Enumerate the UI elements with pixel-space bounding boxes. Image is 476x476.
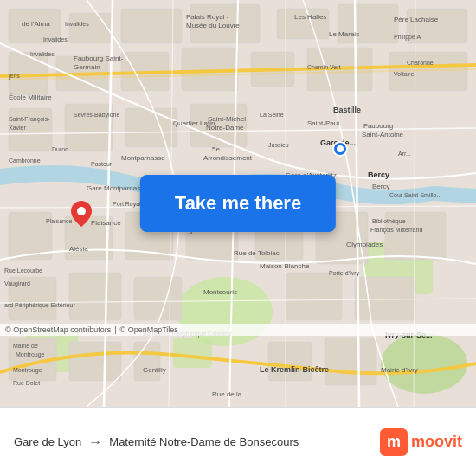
svg-text:Rue Lecourbe: Rue Lecourbe bbox=[4, 267, 42, 273]
destination-label: Maternité Notre-Dame de Bonsecours bbox=[109, 435, 299, 448]
svg-rect-35 bbox=[355, 277, 415, 320]
svg-rect-22 bbox=[125, 108, 177, 147]
svg-rect-33 bbox=[134, 277, 182, 320]
svg-text:Saint-François-: Saint-François- bbox=[9, 116, 50, 123]
svg-text:Père Lachaise: Père Lachaise bbox=[394, 16, 439, 23]
svg-text:Saint-Michel: Saint-Michel bbox=[208, 115, 246, 123]
svg-rect-38 bbox=[134, 342, 160, 381]
svg-rect-34 bbox=[286, 273, 342, 320]
route-arrow-icon: → bbox=[88, 434, 102, 450]
svg-text:Vaugirard: Vaugirard bbox=[4, 280, 30, 287]
svg-rect-39 bbox=[268, 342, 312, 381]
svg-text:Alésia: Alésia bbox=[69, 245, 88, 253]
svg-text:Xavier: Xavier bbox=[9, 125, 27, 131]
svg-text:Montsouris: Montsouris bbox=[203, 288, 237, 296]
svg-text:Plaisance: Plaisance bbox=[91, 219, 121, 227]
map-attribution: © OpenStreetMap contributors | © OpenMap… bbox=[0, 324, 476, 336]
svg-text:Chemin Vert: Chemin Vert bbox=[307, 64, 341, 70]
svg-text:Faubourg: Faubourg bbox=[363, 122, 393, 130]
svg-text:Faubourg Saint-: Faubourg Saint- bbox=[74, 55, 124, 62]
svg-rect-37 bbox=[69, 342, 121, 381]
svg-text:Bastille: Bastille bbox=[333, 106, 361, 114]
take-me-there-button[interactable]: Take me there bbox=[140, 175, 336, 232]
svg-text:Gare Montparnasse: Gare Montparnasse bbox=[87, 184, 148, 192]
svg-text:Charonne: Charonne bbox=[407, 60, 434, 66]
svg-text:Notre-Dame: Notre-Dame bbox=[206, 124, 244, 132]
svg-text:ard Périphérique Extérieur: ard Périphérique Extérieur bbox=[4, 302, 75, 309]
svg-text:Cambronne: Cambronne bbox=[9, 158, 41, 164]
svg-text:Voltaire: Voltaire bbox=[394, 71, 414, 77]
svg-text:Les Halles: Les Halles bbox=[294, 13, 326, 21]
svg-rect-32 bbox=[69, 273, 121, 320]
bottom-bar: Gare de Lyon → Maternité Notre-Dame de B… bbox=[0, 407, 476, 476]
moovit-logo-icon: m bbox=[380, 428, 408, 456]
svg-text:jens: jens bbox=[8, 73, 20, 80]
svg-text:Sèvres-Babylone: Sèvres-Babylone bbox=[74, 112, 119, 119]
svg-text:Olympiades: Olympiades bbox=[346, 241, 383, 248]
svg-text:La Seine: La Seine bbox=[260, 112, 284, 118]
svg-text:Palais Royal -: Palais Royal - bbox=[186, 13, 229, 21]
svg-text:Jussieu: Jussieu bbox=[268, 142, 289, 148]
moovit-logo-text: moovit bbox=[411, 433, 462, 451]
svg-rect-40 bbox=[325, 338, 376, 385]
osm-attribution: © OpenStreetMap contributors bbox=[5, 325, 111, 334]
svg-text:École Militaire: École Militaire bbox=[9, 93, 52, 101]
svg-text:Montrouge: Montrouge bbox=[16, 351, 45, 358]
tiles-attribution: © OpenMapTiles bbox=[120, 325, 178, 334]
svg-rect-7 bbox=[69, 13, 113, 43]
svg-text:Maison-Blanche: Maison-Blanche bbox=[260, 262, 310, 270]
origin-label: Gare de Lyon bbox=[14, 435, 81, 448]
svg-text:Montrouge: Montrouge bbox=[13, 367, 42, 374]
svg-text:Saint-Paul: Saint-Paul bbox=[307, 119, 339, 127]
svg-point-115 bbox=[337, 145, 344, 152]
svg-rect-5 bbox=[173, 338, 212, 368]
svg-text:Arrondissement: Arrondissement bbox=[203, 154, 253, 162]
svg-text:Plaisance: Plaisance bbox=[46, 218, 72, 224]
svg-text:Porte d'Ivry: Porte d'Ivry bbox=[329, 270, 360, 277]
svg-text:Saint-Antoine: Saint-Antoine bbox=[362, 131, 404, 138]
svg-text:5e: 5e bbox=[212, 145, 220, 153]
svg-text:Rue Dolet: Rue Dolet bbox=[13, 380, 40, 386]
svg-text:François Mitterrand: François Mitterrand bbox=[370, 227, 422, 234]
svg-text:de l'Alma: de l'Alma bbox=[22, 20, 50, 28]
origin-marker bbox=[71, 201, 92, 230]
svg-text:Cour Saint-Emillo...: Cour Saint-Emillo... bbox=[389, 192, 441, 198]
svg-text:Arr...: Arr... bbox=[398, 151, 411, 157]
svg-text:Gentilly: Gentilly bbox=[143, 366, 166, 374]
svg-text:Germain: Germain bbox=[74, 63, 100, 71]
moovit-logo: m moovit bbox=[380, 428, 462, 456]
svg-text:Bercy: Bercy bbox=[368, 170, 389, 179]
svg-text:Le Kremlin-Bicêtre: Le Kremlin-Bicêtre bbox=[260, 365, 329, 374]
svg-text:Invalides: Invalides bbox=[65, 21, 89, 27]
svg-text:Philippe A: Philippe A bbox=[394, 34, 421, 41]
map-container: de l'Alma Invalides Invalides Invalides … bbox=[0, 0, 476, 407]
svg-text:Bercy: Bercy bbox=[372, 183, 389, 190]
svg-text:Bibliothèque: Bibliothèque bbox=[372, 218, 406, 225]
svg-text:Le Marais: Le Marais bbox=[329, 30, 359, 38]
svg-point-116 bbox=[77, 207, 86, 215]
svg-point-4 bbox=[381, 333, 467, 394]
svg-text:Rue de la: Rue de la bbox=[212, 390, 242, 398]
destination-marker bbox=[331, 140, 349, 161]
svg-text:Musée du Louvre: Musée du Louvre bbox=[186, 22, 240, 29]
svg-text:Rue de Tolbiac: Rue de Tolbiac bbox=[234, 249, 280, 257]
svg-text:Montparnasse: Montparnasse bbox=[121, 154, 165, 162]
svg-text:Mairie d'Ivry: Mairie d'Ivry bbox=[381, 366, 418, 374]
svg-text:Invalides: Invalides bbox=[43, 36, 68, 42]
svg-text:Pasteur: Pasteur bbox=[91, 161, 113, 167]
route-info: Gare de Lyon → Maternité Notre-Dame de B… bbox=[14, 434, 380, 450]
svg-text:Mairie de: Mairie de bbox=[13, 343, 38, 349]
svg-text:Duroc: Duroc bbox=[52, 146, 68, 152]
svg-text:Port Royal: Port Royal bbox=[113, 201, 141, 208]
svg-text:Invalides: Invalides bbox=[30, 51, 55, 57]
